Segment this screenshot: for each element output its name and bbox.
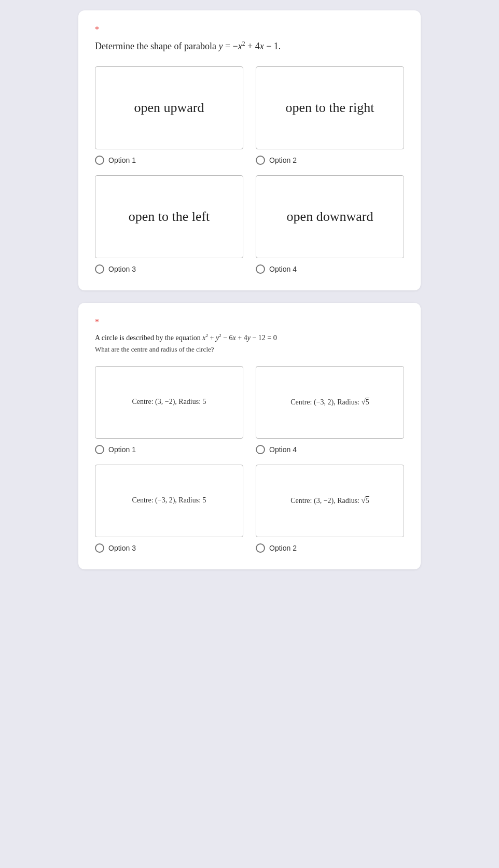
option-item-3: open to the left Option 3 (95, 175, 243, 274)
option-item-4: open downward Option 4 (256, 175, 404, 274)
options-grid-2: Centre: (3, −2), Radius: 5 Option 1 Cent… (95, 366, 404, 553)
radio-4[interactable] (256, 264, 265, 274)
q2-option-label-4[interactable]: Option 4 (256, 445, 404, 454)
option-box-text-4: open downward (287, 209, 373, 225)
q2-option-item-3: Centre: (−3, 2), Radius: 5 Option 3 (95, 465, 243, 553)
q2-option-label-text-1: Option 1 (108, 445, 136, 454)
question-text-2: A circle is described by the equation x2… (95, 333, 404, 342)
q2-option-label-2[interactable]: Option 2 (256, 543, 404, 553)
q2-option-label-text-3: Option 3 (108, 544, 136, 552)
q2-option-box-4[interactable]: Centre: (−3, 2), Radius: √5 (256, 366, 404, 439)
q2-radio-1[interactable] (95, 445, 104, 454)
q2-option-item-4: Centre: (−3, 2), Radius: √5 Option 4 (256, 366, 404, 454)
option-item-1: open upward Option 1 (95, 66, 243, 165)
option-box-text-2: open to the right (285, 100, 374, 116)
required-star-1: * (95, 25, 404, 34)
option-label-2[interactable]: Option 2 (256, 156, 404, 165)
radio-2[interactable] (256, 156, 265, 165)
option-label-text-1: Option 1 (108, 156, 136, 164)
option-item-2: open to the right Option 2 (256, 66, 404, 165)
option-label-3[interactable]: Option 3 (95, 264, 243, 274)
radio-3[interactable] (95, 264, 104, 274)
q2-option-label-1[interactable]: Option 1 (95, 445, 243, 454)
q2-option-box-1[interactable]: Centre: (3, −2), Radius: 5 (95, 366, 243, 439)
option-box-2[interactable]: open to the right (256, 66, 404, 149)
option-box-3[interactable]: open to the left (95, 175, 243, 258)
question-card-1: * Determine the shape of parabola y = −x… (78, 10, 421, 290)
option-label-text-3: Option 3 (108, 265, 136, 273)
q2-radio-4[interactable] (256, 445, 265, 454)
q2-option-box-text-2: Centre: (3, −2), Radius: √5 (290, 494, 369, 507)
option-label-4[interactable]: Option 4 (256, 264, 404, 274)
q2-option-label-text-4: Option 4 (269, 445, 297, 454)
radio-1[interactable] (95, 156, 104, 165)
q2-option-box-text-1: Centre: (3, −2), Radius: 5 (132, 396, 206, 408)
required-star-2: * (95, 317, 404, 327)
option-box-1[interactable]: open upward (95, 66, 243, 149)
q2-option-label-text-2: Option 2 (269, 544, 297, 552)
option-box-text-1: open upward (134, 100, 204, 116)
option-label-1[interactable]: Option 1 (95, 156, 243, 165)
question-card-2: * A circle is described by the equation … (78, 303, 421, 569)
q2-option-label-3[interactable]: Option 3 (95, 543, 243, 553)
q2-option-item-1: Centre: (3, −2), Radius: 5 Option 1 (95, 366, 243, 454)
question-text-1: Determine the shape of parabola y = −x2 … (95, 40, 404, 52)
option-box-4[interactable]: open downward (256, 175, 404, 258)
q2-radio-3[interactable] (95, 543, 104, 553)
option-label-text-4: Option 4 (269, 265, 297, 273)
q2-option-box-text-4: Centre: (−3, 2), Radius: √5 (290, 396, 369, 408)
option-box-text-3: open to the left (129, 209, 210, 225)
option-label-text-2: Option 2 (269, 156, 297, 164)
options-grid-1: open upward Option 1 open to the right O… (95, 66, 404, 274)
q2-option-box-3[interactable]: Centre: (−3, 2), Radius: 5 (95, 465, 243, 537)
q2-option-box-text-3: Centre: (−3, 2), Radius: 5 (132, 495, 206, 506)
q2-option-item-2: Centre: (3, −2), Radius: √5 Option 2 (256, 465, 404, 553)
q2-option-box-2[interactable]: Centre: (3, −2), Radius: √5 (256, 465, 404, 537)
q2-radio-2[interactable] (256, 543, 265, 553)
question-subtext-2: What are the centre and radius of the ci… (95, 345, 404, 354)
